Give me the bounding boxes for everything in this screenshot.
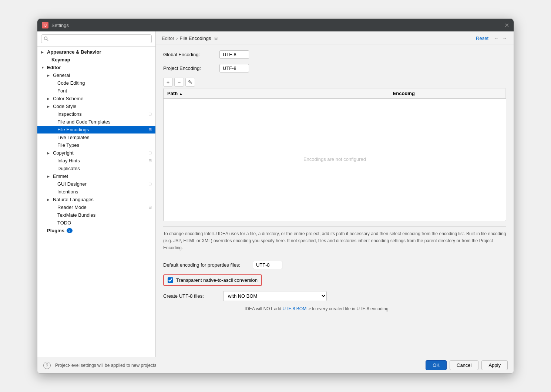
- sidebar-item-file-code-templates[interactable]: File and Code Templates: [37, 118, 155, 126]
- pin-icon: ⊟: [148, 127, 152, 132]
- sidebar-item-copyright[interactable]: ▶ Copyright ⊟: [37, 149, 155, 157]
- sidebar-item-duplicates[interactable]: Duplicates: [37, 165, 155, 172]
- breadcrumb-arrow: ›: [176, 36, 178, 41]
- sidebar-item-emmet[interactable]: ▶ Emmet: [37, 172, 155, 180]
- project-encoding-label: Project Encoding:: [163, 65, 215, 71]
- sidebar-item-intentions[interactable]: Intentions: [37, 188, 155, 196]
- sidebar-item-inspections[interactable]: Inspections ⊟: [37, 110, 155, 118]
- sidebar-item-inlay-hints[interactable]: Inlay Hints ⊟: [37, 157, 155, 165]
- sort-icon: ▲: [179, 92, 183, 96]
- project-encoding-dropdown[interactable]: UTF-8: [219, 64, 249, 72]
- cancel-button[interactable]: Cancel: [450, 360, 478, 370]
- sidebar-item-plugins[interactable]: Plugins 3: [37, 227, 155, 234]
- create-utf8-label: Create UTF-8 files:: [163, 293, 219, 299]
- chevron-icon: ▶: [47, 175, 51, 178]
- panel-header: Editor › File Encodings ⊟ Reset ← →: [156, 31, 514, 44]
- project-encoding-row: Project Encoding: UTF-8: [163, 64, 506, 72]
- utf8-bom-link[interactable]: UTF-8 BOM: [282, 306, 306, 311]
- sidebar-item-appearance[interactable]: ▶ Appearance & Behavior: [37, 48, 155, 56]
- table-header: Path ▲ Encoding: [164, 88, 506, 99]
- reset-button[interactable]: Reset: [476, 36, 488, 41]
- back-button[interactable]: ←: [493, 35, 500, 41]
- sidebar-item-editor[interactable]: ▼ Editor: [37, 64, 155, 71]
- col-path: Path ▲: [164, 88, 389, 98]
- tree-area: ▶ Appearance & Behavior Keymap ▼ Editor …: [37, 47, 155, 357]
- chevron-icon: ▶: [47, 198, 51, 202]
- pin-icon: ⊟: [148, 112, 152, 116]
- content-area: ▶ Appearance & Behavior Keymap ▼ Editor …: [37, 31, 514, 357]
- bottom-bar: ? Project-level settings will be applied…: [37, 357, 514, 373]
- pin-icon: ⊟: [148, 205, 152, 210]
- chevron-icon: ▶: [47, 74, 51, 77]
- pin-icon: ⊟: [148, 182, 152, 186]
- edit-encoding-button[interactable]: ✎: [185, 78, 195, 87]
- chevron-icon: ▼: [41, 66, 46, 70]
- panel-body: Global Encoding: UTF-8 Project Encoding:…: [156, 44, 514, 357]
- sidebar-item-font[interactable]: Font: [37, 87, 155, 95]
- sidebar-item-file-types[interactable]: File Types: [37, 141, 155, 149]
- apply-button[interactable]: Apply: [481, 360, 508, 370]
- sidebar-item-code-editing[interactable]: Code Editing: [37, 79, 155, 87]
- table-toolbar: + − ✎: [163, 78, 506, 87]
- properties-encoding-label: Default encoding for properties files:: [163, 262, 248, 268]
- transparent-conversion-label[interactable]: Transparent native-to-ascii conversion: [176, 277, 258, 283]
- add-encoding-button[interactable]: +: [163, 78, 173, 87]
- sidebar-item-color-scheme[interactable]: ▶ Color Scheme: [37, 95, 155, 102]
- remove-encoding-button[interactable]: −: [174, 78, 184, 87]
- sidebar-item-live-templates[interactable]: Live Templates: [37, 134, 155, 141]
- info-text: To change encoding IntelliJ IDEA uses fo…: [163, 226, 506, 256]
- pin-icon: ⊟: [148, 151, 152, 155]
- chevron-icon: ▶: [47, 105, 51, 108]
- sidebar-item-general[interactable]: ▶ General: [37, 71, 155, 79]
- dialog-title: Settings: [51, 23, 504, 28]
- hint-text: IDEA will NOT add UTF-8 BOM ↗ to every c…: [163, 306, 506, 311]
- forward-button[interactable]: →: [501, 35, 508, 41]
- breadcrumb-current: File Encodings: [179, 36, 211, 41]
- nav-arrows: ← →: [493, 35, 508, 41]
- create-utf8-dropdown[interactable]: with NO BOM with BOM: [223, 291, 327, 301]
- sidebar-item-reader-mode[interactable]: Reader Mode ⊟: [37, 203, 155, 211]
- sidebar-item-gui-designer[interactable]: GUI Designer ⊟: [37, 180, 155, 188]
- plugins-badge: 3: [67, 228, 73, 233]
- pin-breadcrumb-button[interactable]: ⊟: [214, 36, 218, 41]
- external-link-icon: ↗: [308, 307, 311, 311]
- sidebar-item-todo[interactable]: TODO: [37, 219, 155, 227]
- sidebar-item-file-encodings[interactable]: File Encodings ⊟: [37, 126, 155, 134]
- transparent-conversion-checkbox[interactable]: [168, 277, 173, 283]
- chevron-icon: ▶: [47, 151, 51, 155]
- sidebar-item-textmate-bundles[interactable]: TextMate Bundles: [37, 211, 155, 219]
- chevron-icon: ▶: [41, 50, 46, 54]
- sidebar-item-natural-languages[interactable]: ▶ Natural Languages: [37, 196, 155, 203]
- encoding-table: Path ▲ Encoding Encodings are not config…: [163, 88, 506, 221]
- sidebar-item-keymap[interactable]: Keymap: [37, 56, 155, 64]
- ok-button[interactable]: OK: [426, 360, 447, 370]
- action-buttons: OK Cancel Apply: [426, 360, 508, 370]
- help-button[interactable]: ?: [43, 362, 51, 369]
- close-button[interactable]: ✕: [504, 22, 509, 29]
- breadcrumb-part1: Editor: [162, 36, 174, 41]
- properties-encoding-dropdown[interactable]: UTF-8: [253, 261, 282, 269]
- table-body-empty: Encodings are not configured: [164, 99, 506, 219]
- settings-dialog: IJ Settings ✕ ▶ Appearance & Behavior Ke…: [37, 18, 514, 374]
- status-text: Project-level settings will be applied t…: [55, 363, 426, 368]
- transparent-conversion-row: Transparent native-to-ascii conversion: [163, 274, 262, 286]
- main-panel: Editor › File Encodings ⊟ Reset ← → Glob…: [156, 31, 514, 357]
- properties-encoding-row: Default encoding for properties files: U…: [163, 261, 506, 269]
- global-encoding-row: Global Encoding: UTF-8: [163, 50, 506, 59]
- chevron-icon: ▶: [47, 97, 51, 101]
- search-bar: [37, 31, 155, 47]
- global-encoding-label: Global Encoding:: [163, 52, 215, 57]
- search-input[interactable]: [41, 34, 152, 43]
- sidebar-item-code-style[interactable]: ▶ Code Style: [37, 102, 155, 110]
- pin-icon: ⊟: [148, 158, 152, 163]
- title-bar: IJ Settings ✕: [37, 19, 514, 31]
- sidebar: ▶ Appearance & Behavior Keymap ▼ Editor …: [37, 31, 156, 357]
- global-encoding-dropdown[interactable]: UTF-8: [219, 50, 249, 59]
- app-icon: IJ: [42, 22, 48, 28]
- create-utf8-row: Create UTF-8 files: with NO BOM with BOM: [163, 291, 506, 301]
- encoding-table-section: + − ✎ Path ▲: [163, 78, 506, 221]
- col-encoding: Encoding: [389, 88, 506, 98]
- breadcrumb: Editor › File Encodings ⊟: [162, 36, 476, 41]
